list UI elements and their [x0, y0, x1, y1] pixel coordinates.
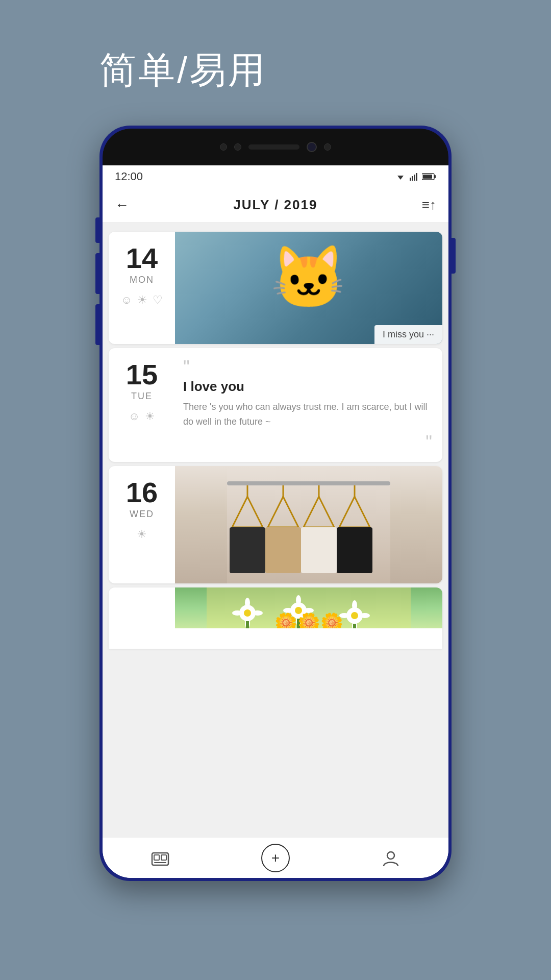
- diary-entry-14[interactable]: 14 MON ☺ ☀ ♡ I miss you ···: [109, 232, 442, 344]
- hangers-svg: [227, 466, 390, 583]
- phone-shell: 12:00: [99, 126, 452, 881]
- content-section-15: " I love you There 's you who can always…: [175, 348, 442, 462]
- date-day-16: WED: [130, 509, 154, 520]
- silent-button: [95, 304, 99, 345]
- weather-icon-15: ☀: [145, 410, 155, 423]
- signal-icon: [410, 173, 418, 181]
- svg-rect-38: [297, 619, 300, 628]
- quote-close-15: ": [183, 433, 432, 452]
- status-time: 12:00: [115, 170, 143, 183]
- app-header: ← JULY / 2019 ≡↑: [103, 188, 448, 223]
- page-background: 简单/易用 12:00: [99, 0, 452, 881]
- mood-icon-15: ☺: [129, 410, 140, 423]
- entry-body-15: There 's you who can always trust me. I …: [183, 400, 432, 429]
- svg-rect-39: [353, 624, 356, 628]
- status-bar: 12:00: [103, 165, 448, 188]
- date-section-14: 14 MON ☺ ☀ ♡: [109, 232, 175, 344]
- svg-rect-2: [412, 176, 413, 181]
- svg-rect-42: [161, 855, 166, 860]
- phone-inner: 12:00: [103, 129, 448, 878]
- date-day-14: MON: [130, 275, 154, 285]
- volume-up-button: [95, 217, 99, 243]
- svg-point-32: [351, 612, 358, 619]
- gallery-icon: [151, 849, 169, 867]
- svg-rect-43: [154, 862, 166, 863]
- svg-point-27: [296, 595, 301, 605]
- svg-point-36: [360, 613, 370, 618]
- date-number-16: 16: [126, 478, 158, 507]
- page-title: 简单/易用: [99, 46, 452, 95]
- svg-rect-11: [230, 527, 265, 573]
- svg-rect-13: [265, 527, 301, 573]
- date-section-15: 15 TUE ☺ ☀: [109, 348, 175, 462]
- svg-rect-37: [246, 621, 249, 628]
- diary-entry-15[interactable]: 15 TUE ☺ ☀ " I love you There 's you who…: [109, 348, 442, 462]
- phone-top-hardware: [103, 129, 448, 165]
- date-section-16: 16 WED ☀: [109, 466, 175, 583]
- flowers-content: [175, 587, 442, 649]
- svg-rect-4: [416, 173, 417, 181]
- svg-point-26: [295, 607, 302, 614]
- speaker-grille: [248, 144, 299, 150]
- date-icons-15: ☺ ☀: [129, 410, 155, 423]
- add-icon: +: [271, 850, 280, 866]
- date-day-15: TUE: [131, 391, 153, 402]
- camera-dot-3: [324, 143, 331, 151]
- front-camera: [307, 142, 317, 152]
- back-button[interactable]: ←: [115, 197, 129, 213]
- svg-point-23: [232, 610, 242, 616]
- bottom-nav: +: [103, 837, 448, 878]
- svg-point-30: [304, 608, 314, 613]
- wifi-icon: [395, 173, 406, 181]
- svg-rect-1: [410, 178, 411, 181]
- nav-profile[interactable]: [370, 838, 411, 878]
- svg-point-35: [339, 613, 349, 618]
- svg-rect-7: [423, 175, 432, 179]
- svg-marker-0: [397, 176, 404, 180]
- mood-icon-14: ☺: [121, 293, 132, 307]
- date-icons-16: ☀: [137, 528, 147, 541]
- svg-point-29: [283, 608, 293, 613]
- date-number-15: 15: [126, 360, 158, 389]
- svg-point-44: [387, 852, 394, 859]
- svg-rect-9: [227, 481, 390, 485]
- add-button[interactable]: +: [261, 844, 290, 872]
- date-icons-14: ☺ ☀ ♡: [121, 293, 163, 307]
- content-section-16: [175, 466, 442, 583]
- clothes-photo: [175, 466, 442, 583]
- cat-photo: I miss you ···: [175, 232, 442, 344]
- battery-icon: [422, 173, 436, 181]
- photo-caption-14: I miss you ···: [374, 325, 442, 344]
- svg-rect-15: [301, 527, 337, 573]
- svg-rect-41: [154, 855, 159, 860]
- camera-dot-1: [220, 143, 227, 151]
- diary-entry-16[interactable]: 16 WED ☀: [109, 466, 442, 583]
- svg-point-33: [352, 600, 357, 610]
- svg-point-28: [296, 616, 301, 626]
- nav-add[interactable]: +: [255, 838, 296, 878]
- content-section-14: I miss you ···: [175, 232, 442, 344]
- diary-content[interactable]: 14 MON ☺ ☀ ♡ I miss you ···: [103, 223, 448, 837]
- svg-point-20: [244, 609, 251, 617]
- phone-screen: 12:00: [103, 165, 448, 878]
- header-title: JULY / 2019: [233, 197, 317, 213]
- flowers-svg: [207, 587, 411, 628]
- power-button: [452, 238, 456, 274]
- sort-button[interactable]: ≡↑: [422, 197, 436, 213]
- entry-title-15: I love you: [183, 379, 432, 395]
- quote-open-15: ": [183, 358, 432, 377]
- nav-gallery[interactable]: [140, 838, 181, 878]
- svg-point-21: [245, 598, 250, 608]
- svg-point-24: [253, 610, 263, 616]
- diary-entry-partial[interactable]: [109, 587, 442, 649]
- svg-rect-3: [414, 175, 415, 181]
- date-number-14: 14: [126, 244, 158, 273]
- heart-icon-14: ♡: [153, 293, 163, 307]
- weather-icon-14: ☀: [137, 293, 147, 307]
- weather-icon-16: ☀: [137, 528, 147, 541]
- flowers-photo: [175, 587, 442, 628]
- profile-icon: [382, 849, 400, 867]
- volume-down-button: [95, 253, 99, 294]
- date-section-partial: [109, 587, 175, 649]
- status-icons: [395, 173, 436, 181]
